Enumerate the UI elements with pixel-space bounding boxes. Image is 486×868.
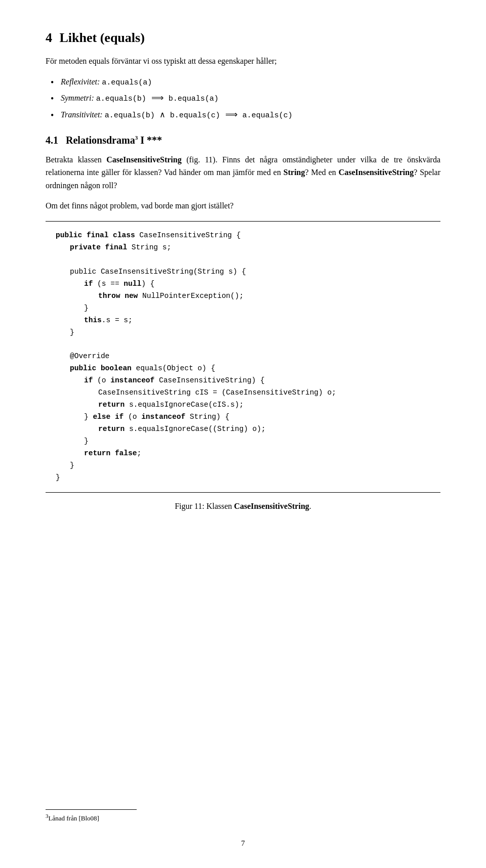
code-line-14: return s.equalsIgnoreCase((String) o); [56,423,430,436]
footnote-section: 3Lånad från [Blo08] [46,809,137,822]
footnote-divider [46,809,137,810]
caption-prefix: Figur 11: Klassen [175,502,234,510]
body-paragraph-2: Om det finns något problem, vad borde ma… [46,199,440,212]
string-ref: String [284,168,305,177]
figure-caption: Figur 11: Klassen CaseInsensitiveString. [46,502,440,511]
footnote-ref: 3 [135,135,138,141]
list-item-symmetry: Symmetri: a.equals(b) ⟹ b.equals(a) [61,91,440,106]
subsection-name: Relationsdrama3 I *** [66,135,162,146]
code-line-2: private final String s; [56,242,430,254]
section-number: 4 [46,30,52,45]
section-title-text: Likhet (equals) [60,30,145,45]
page-number: 7 [0,839,486,848]
code-line-6: } [56,302,430,315]
page: 4 Likhet (equals) För metoden equals för… [0,0,486,868]
transitivity-code-right: a.equals(c) [242,111,293,120]
code-line-blank-1 [56,254,430,266]
class-name-ref-2: CaseInsensitiveString [339,168,414,177]
code-line-9: public boolean equals(Object o) { [56,363,430,375]
code-line-8: } [56,327,430,339]
intro-text: För metoden equals förväntar vi oss typi… [46,55,440,68]
code-line-13: } else if (o instanceof String) { [56,411,430,423]
list-item-transitivity: Transitivitet: a.equals(b) ∧ b.equals(c)… [61,108,440,122]
reflexivity-label: Reflexivitet: [61,77,100,86]
class-name-ref-1: CaseInsensitiveString [106,155,181,164]
transitivity-code-left: a.equals(b) [105,111,155,120]
caption-suffix: . [309,502,311,510]
transitivity-label: Transitivitet: [61,110,103,119]
code-line-7: this.s = s; [56,315,430,327]
code-line-12: return s.equalsIgnoreCase(cIS.s); [56,399,430,411]
code-line-3: public CaseInsensitiveString(String s) { [56,266,430,278]
code-line-blank-2 [56,339,430,351]
code-line-override: @Override [56,351,430,363]
code-line-16: return false; [56,448,430,460]
code-line-1: public final class CaseInsensitiveString… [56,230,430,242]
code-line-11: CaseInsensitiveString cIS = (CaseInsensi… [56,387,430,399]
subsection-title: 4.1 Relationsdrama3 I *** [46,135,440,146]
footnote-text: 3Lånad från [Blo08] [46,813,137,822]
code-line-15: } [56,436,430,448]
code-line-5: throw new NullPointerException(); [56,290,430,302]
code-line-4: if (s == null) { [56,278,430,290]
transitivity-code-mid: b.equals(c) [170,111,220,120]
reflexivity-code: a.equals(a) [102,78,152,87]
caption-classname: CaseInsensitiveString [234,502,309,510]
code-line-10: if (o instanceof CaseInsensitiveString) … [56,375,430,387]
code-block: public final class CaseInsensitiveString… [46,221,440,492]
implies-arrow-2: ⟹ [225,110,237,119]
section-title: 4 Likhet (equals) [46,30,440,46]
symmetry-code-right: b.equals(a) [169,95,219,103]
list-item-reflexivity: Reflexivitet: a.equals(a) [61,75,440,90]
code-line-18: } [56,472,430,484]
subsection-number: 4.1 [46,135,58,146]
implies-arrow-1: ⟹ [151,93,164,103]
wedge-symbol: ∧ [159,110,166,119]
symmetry-label: Symmetri: [61,94,94,102]
properties-list: Reflexivitet: a.equals(a) Symmetri: a.eq… [61,75,440,122]
body-paragraph-1: Betrakta klassen CaseInsensitiveString (… [46,153,440,192]
footnote-content: Lånad från [Blo08] [49,814,99,822]
code-line-17: } [56,460,430,472]
symmetry-code-left: a.equals(b) [96,95,146,103]
